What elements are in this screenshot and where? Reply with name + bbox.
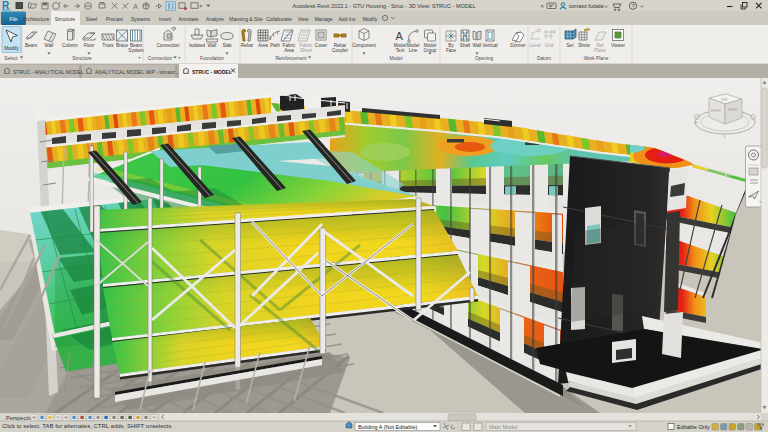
svg-text:Model: Model: [389, 56, 402, 61]
svg-text:tomasz.fudala: tomasz.fudala: [569, 3, 604, 9]
svg-text:Connection: Connection: [156, 43, 180, 48]
svg-text:Analyze: Analyze: [206, 16, 224, 22]
svg-text:Editable Only: Editable Only: [677, 424, 710, 430]
svg-text:Level: Level: [530, 43, 541, 48]
svg-text:Rebar: Rebar: [241, 43, 254, 48]
svg-text:Area: Area: [258, 43, 268, 48]
svg-text:Main Model: Main Model: [489, 424, 517, 430]
svg-text:ANALYTICAL MODEL WIP - tomasz.: ANALYTICAL MODEL WIP - tomasz...: [95, 69, 179, 75]
svg-text:Coupler: Coupler: [332, 48, 349, 53]
svg-text:Face: Face: [446, 48, 457, 53]
svg-text:RIGHT: RIGHT: [728, 108, 738, 112]
svg-text:Reinforcement: Reinforcement: [275, 56, 307, 61]
svg-text:Show: Show: [578, 43, 590, 48]
svg-text:Architecture: Architecture: [23, 16, 50, 22]
svg-text:Dormer: Dormer: [510, 43, 526, 48]
svg-text:Click to select, TAB for alter: Click to select, TAB for alternates, CTR…: [2, 423, 173, 429]
svg-text:Line: Line: [409, 48, 418, 53]
svg-text:Autodesk Revit 2022.1 - GTU Ho: Autodesk Revit 2022.1 - GTU Housing - St…: [293, 3, 476, 9]
svg-text:Cover: Cover: [315, 43, 328, 48]
svg-text:Add-Ins: Add-Ins: [338, 16, 356, 22]
svg-text:Set: Set: [567, 43, 575, 48]
svg-text:S: S: [723, 134, 726, 139]
svg-text:Area: Area: [284, 48, 294, 53]
svg-text:Manage: Manage: [314, 16, 332, 22]
svg-text:Datum: Datum: [537, 56, 551, 61]
svg-text:Isolated: Isolated: [189, 43, 206, 48]
svg-text:Column: Column: [62, 43, 78, 48]
svg-text:Text: Text: [396, 48, 405, 53]
svg-text:A: A: [396, 30, 404, 42]
svg-text:Insert: Insert: [159, 16, 172, 22]
svg-text:Slab: Slab: [222, 43, 232, 48]
svg-text:Opening: Opening: [475, 56, 493, 61]
svg-text:Annotate: Annotate: [178, 16, 198, 22]
svg-text:File: File: [9, 16, 17, 22]
svg-text:Building A (Not Editable): Building A (Not Editable): [358, 424, 417, 430]
svg-text:System: System: [128, 48, 143, 53]
svg-text:Massing & Site: Massing & Site: [229, 16, 263, 22]
svg-text:Steel: Steel: [86, 16, 97, 22]
svg-text:Truss: Truss: [102, 43, 114, 48]
svg-text:Viewer: Viewer: [611, 43, 625, 48]
svg-text:Plane: Plane: [594, 48, 606, 53]
svg-text:Sheet: Sheet: [300, 48, 313, 53]
svg-text:A: A: [133, 2, 138, 11]
svg-text:Foundation: Foundation: [200, 56, 224, 61]
svg-text:Connection: Connection: [148, 56, 173, 61]
svg-text:Brace: Brace: [116, 43, 128, 48]
svg-text:W: W: [694, 120, 698, 125]
svg-text:Collaborate: Collaborate: [266, 16, 292, 22]
svg-text:Beam: Beam: [25, 43, 37, 48]
svg-text:Systems: Systems: [131, 16, 151, 22]
svg-text:Structure: Structure: [72, 56, 92, 61]
svg-text:Vertical: Vertical: [482, 43, 497, 48]
svg-text:STRUC - ANALYTICAL MODEL: STRUC - ANALYTICAL MODEL: [13, 69, 84, 75]
svg-text:Precast: Precast: [106, 16, 124, 22]
svg-text:Group: Group: [424, 48, 437, 53]
svg-text:Modify: Modify: [4, 45, 19, 51]
svg-text:Grid: Grid: [545, 43, 554, 48]
svg-text:Structure: Structure: [55, 16, 76, 22]
svg-text:Perspective: Perspective: [6, 415, 35, 421]
svg-text:Path: Path: [270, 43, 280, 48]
svg-text:Wall: Wall: [208, 43, 217, 48]
svg-text:Component: Component: [352, 43, 376, 48]
svg-text:Wall: Wall: [45, 43, 54, 48]
svg-text:Select: Select: [4, 56, 18, 61]
svg-text:Shaft: Shaft: [460, 43, 471, 48]
svg-text:View: View: [298, 16, 309, 22]
svg-text:Work Plane: Work Plane: [584, 56, 609, 61]
svg-text:Floor: Floor: [84, 43, 95, 48]
svg-text:Wall: Wall: [473, 43, 482, 48]
svg-text:Modify: Modify: [363, 16, 378, 22]
svg-text:STRUC - MODEL: STRUC - MODEL: [192, 69, 232, 75]
svg-text:TOP: TOP: [720, 98, 728, 102]
svg-text:FRONT: FRONT: [711, 109, 721, 113]
